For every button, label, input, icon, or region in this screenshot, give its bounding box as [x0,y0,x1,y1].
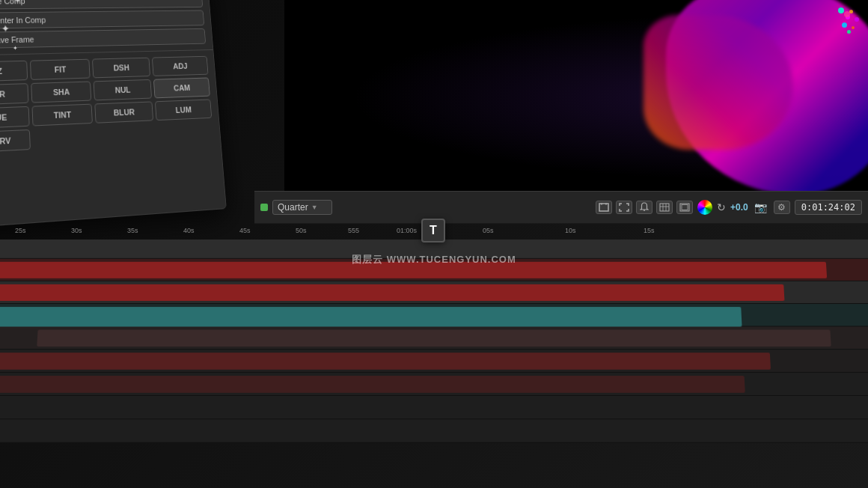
notification-icon[interactable] [636,201,652,214]
star-icon2: ✦ [1,22,10,34]
dsh-button[interactable]: DSH [92,58,150,79]
ruler-label-05s2: 05s [483,227,494,234]
svg-rect-4 [660,204,669,211]
chevron-down-icon: ▼ [311,204,318,211]
adj-button[interactable]: ADJ [152,56,209,76]
ruler-label-40s: 40s [183,227,195,234]
ruler-label-10s: 10s [565,227,576,234]
sha-button[interactable]: SHA [31,81,91,103]
ruler-label-25s: 25s [15,227,26,234]
ruler-label-45s: 45s [239,227,251,234]
track-row-6 [0,373,868,396]
timeline-perspective-container [0,240,868,488]
ruler-label-35s: 35s [127,227,138,234]
lum-button[interactable]: LUM [155,99,212,121]
stars-decoration: ✦ ✦ ✦ ✦ ✦ [0,0,46,76]
snapshot-camera-icon[interactable]: 📷 [753,201,769,214]
quality-label: Quarter [278,202,308,213]
fit-frame-icon[interactable] [596,201,612,214]
fullscreen-icon[interactable] [616,201,632,214]
clip-bar-2 [0,284,784,301]
ruler-label-01m: 01:00s [397,227,417,234]
quality-select[interactable]: Quarter ▼ [272,200,332,215]
cam-button[interactable]: CAM [153,77,210,98]
track-row-7 [0,396,868,419]
track-row-8 [0,419,868,443]
exposure-value[interactable]: +0.0 [730,202,748,213]
star-icon5: ✦ [13,45,18,52]
timecode-display: 0:01:24:02 [795,200,862,215]
ruler-label-555: 555 [348,227,359,234]
ruler-label-30s: 30s [71,227,82,234]
svg-rect-0 [599,204,608,211]
clip-bar-3 [0,307,742,326]
curv-button[interactable]: CURV [0,129,31,153]
tint-button[interactable]: TINT [31,104,92,126]
toolbar-icon-group [596,201,693,214]
ruler-label-50s: 50s [296,227,307,234]
viewer-toolbar: Quarter ▼ [254,191,868,224]
clip-bar-5 [0,353,771,370]
track-row-3 [0,304,868,326]
track-row-5 [0,350,868,373]
nul-button[interactable]: NUL [94,79,152,100]
effects-panel: ✦ ✦ ✦ ✦ ✦ Pre Comp Center In Comp Save F… [0,0,227,228]
playhead-indicator [260,204,268,211]
blur-button[interactable]: BLUR [94,101,153,123]
refresh-icon[interactable]: ↻ [717,201,726,213]
clip-bar-4 [37,330,831,347]
mir-button[interactable]: MIR [0,83,28,106]
svg-rect-9 [682,205,688,210]
track-row-2 [0,281,868,304]
color-wheel-icon[interactable] [697,200,712,215]
clip-bar-6 [0,376,745,393]
track-row-4 [0,326,868,350]
ruler-label-15s: 15s [644,227,655,234]
settings-icon[interactable]: ⚙ [774,201,790,214]
star-icon3: ✦ [14,0,20,4]
disco-ball [801,4,861,64]
hue-button[interactable]: HUE [0,106,30,129]
grid-icon[interactable] [656,201,673,214]
watermark: 图层云 WWW.TUCENGYUN.COM [352,253,516,266]
screen: ✦ ✦ ✦ ✦ ✦ Pre Comp Center In Comp Save F… [0,0,868,488]
text-tool-button[interactable]: T [421,219,445,243]
video-preview [284,0,868,195]
safe-zones-icon[interactable] [676,201,693,214]
